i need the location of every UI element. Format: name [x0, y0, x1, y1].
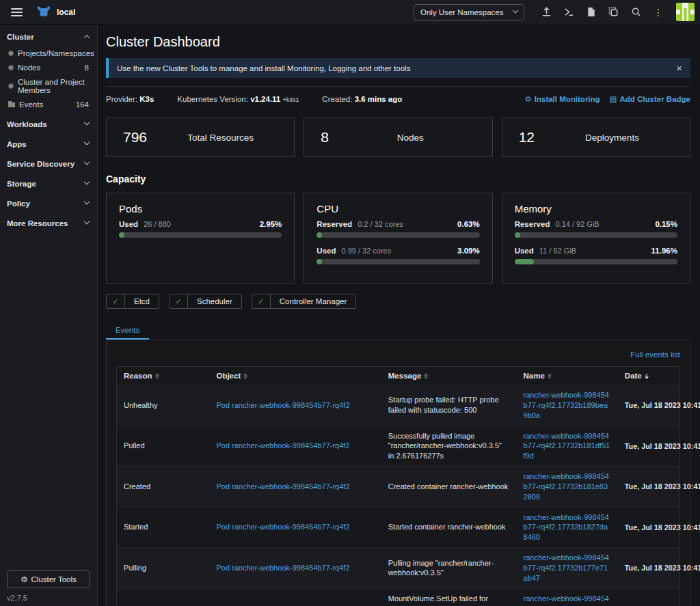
kubeconfig-file-icon[interactable] [582, 4, 601, 20]
sidebar-group[interactable]: Apps [0, 134, 97, 154]
gauge-percent: 3.09% [457, 247, 480, 255]
gauge-detail: 0.99 / 32 cores [341, 247, 391, 255]
name-link[interactable]: rancher-webhook-998454b77-rq4f2.17732b18… [524, 472, 609, 501]
badge-icon: ▤ [610, 94, 617, 104]
table-row: Pulling Pod rancher-webhook-998454b77-rq… [117, 548, 680, 589]
gauge-percent: 0.63% [457, 220, 480, 228]
object-link[interactable]: Pod rancher-webhook-998454b77-rq4f2 [216, 564, 349, 572]
name-link[interactable]: rancher-webhook-998454b77-rq4f2.17732b18… [524, 513, 609, 542]
events-table: Reason Object [116, 366, 680, 606]
sidebar-group[interactable]: More Resources [0, 213, 97, 233]
sidebar-group[interactable]: Storage [0, 174, 97, 193]
object-link[interactable]: Pod rancher-webhook-998454b77-rq4f2 [216, 441, 349, 450]
gauge-detail: 0.2 / 32 cores [358, 220, 403, 228]
add-cluster-badge-link[interactable]: ▤Add Cluster Badge [610, 94, 690, 104]
column-header[interactable]: Object [209, 367, 381, 385]
kebab-menu-icon[interactable]: ⋮ [649, 4, 668, 20]
cluster-brand[interactable]: local [36, 5, 75, 19]
sidebar-item-label: Events [19, 100, 43, 109]
capacity-gauge: Used 11 / 92 GiB 11.96% [515, 247, 677, 264]
sidebar-item[interactable]: Cluster and Project Members [0, 74, 97, 97]
capacity-gauge: Used 26 / 880 2.95% [119, 220, 282, 238]
cell-reason: Pulled [117, 426, 210, 467]
progress-track [317, 232, 479, 238]
column-header[interactable]: Message [381, 367, 517, 385]
provider-label: Provider: [106, 95, 137, 103]
provider-value: K3s [139, 95, 154, 103]
capacity-card: CPU Reserved 0.2 / 32 cores 0.63% [304, 193, 492, 284]
cell-date: Tue, Jul 18 2023 10:41:07 pm [618, 507, 680, 548]
stat-label: Nodes [329, 133, 492, 143]
object-link[interactable]: Pod rancher-webhook-998454b77-rq4f2 [216, 482, 349, 491]
progress-track [515, 259, 677, 264]
name-link[interactable]: rancher-webhook-998454b77-rq4f2.17732b18… [524, 391, 609, 419]
banner-close-icon[interactable]: × [676, 63, 682, 73]
name-link[interactable]: rancher-webhook-998454b77-rq4f2.17732b18… [524, 432, 610, 460]
sidebar-item-count: 8 [85, 64, 89, 72]
rancher-version: v2.7.5 [7, 594, 27, 602]
cell-date: Tue, Jul 18 2023 10:41:07 pm [618, 426, 680, 467]
sidebar-item-label: Cluster and Project Members [18, 78, 85, 94]
sidebar-items: Projects/Namespaces Nodes 8 Cluster and … [0, 46, 97, 111]
chevron-down-icon [84, 159, 90, 164]
sidebar-item-label: Projects/Namespaces [18, 49, 94, 57]
cell-reason: Unhealthy [117, 385, 210, 426]
sidebar-item[interactable]: Nodes 8 [0, 60, 97, 74]
chevron-down-icon [84, 139, 90, 144]
object-link[interactable]: Pod rancher-webhook-998454b77-rq4f2 [216, 523, 349, 531]
copy-kubeconfig-icon[interactable] [604, 4, 623, 20]
sidebar-item-icon [8, 65, 14, 70]
capacity-card: Pods Used 26 / 880 2.95% [106, 193, 295, 284]
hamburger-menu-icon[interactable] [7, 3, 27, 21]
chevron-down-icon [84, 198, 90, 204]
table-row: Pulled Pod rancher-webhook-998454b77-rq4… [117, 426, 680, 467]
search-icon[interactable] [626, 4, 646, 20]
banner-text: Use the new Cluster Tools to manage and … [117, 64, 410, 72]
cell-reason: Pulling [117, 548, 210, 589]
name-link[interactable]: rancher-webhook-998454b77-rq4f2.17732b17… [524, 594, 609, 606]
name-link[interactable]: rancher-webhook-998454b77-rq4f2.17732b17… [524, 553, 609, 582]
sidebar-group-label: Storage [7, 180, 36, 188]
sidebar-group[interactable]: Workloads [0, 114, 97, 134]
tab-events[interactable]: Events [106, 321, 149, 340]
sidebar-item[interactable]: Events 164 [0, 97, 97, 111]
kubectl-shell-icon[interactable] [559, 4, 579, 20]
chevron-down-icon [84, 178, 90, 184]
sidebar-group-label: Policy [7, 199, 30, 208]
full-events-list-link[interactable]: Full events list [630, 350, 680, 359]
stat-label: Deployments [535, 133, 690, 143]
gauge-label: Used [119, 220, 138, 228]
column-header[interactable]: Date [618, 367, 680, 385]
events-section: Events Full events list Reason [106, 321, 690, 606]
sidebar-group-label: Service Discovery [7, 160, 75, 168]
capacity-title: Capacity [106, 174, 690, 184]
chevron-down-icon [84, 119, 90, 124]
user-avatar[interactable] [676, 3, 695, 21]
object-link[interactable]: Pod rancher-webhook-998454b77-rq4f2 [216, 401, 349, 409]
events-panel: Full events list Reason [106, 340, 690, 606]
import-yaml-icon[interactable] [537, 4, 556, 20]
cluster-tools-button[interactable]: ⚙ Cluster Tools [7, 570, 90, 588]
install-monitoring-link[interactable]: ⚙Install Monitoring [524, 94, 600, 104]
column-header[interactable]: Name [517, 367, 618, 385]
cell-date: Tue, Jul 18 2023 10:41:05 pm [618, 548, 680, 589]
column-header[interactable]: Reason [117, 367, 210, 385]
chevron-up-icon [84, 35, 90, 40]
cell-message: Startup probe failed: HTTP probe failed … [381, 385, 517, 426]
sidebar-item[interactable]: Projects/Namespaces [0, 46, 97, 60]
events-table-header: Reason Object [117, 367, 680, 385]
cell-message: Successfully pulled image "rancher/ranch… [381, 426, 517, 467]
k8s-version-label: Kubernetes Version: [177, 95, 248, 103]
sidebar-section-cluster[interactable]: Cluster [0, 27, 97, 46]
gauge-percent: 0.15% [655, 220, 677, 228]
namespace-filter-select[interactable]: Only User Namespaces [414, 4, 524, 20]
k8s-version-value: v1.24.11 [250, 95, 280, 103]
gauge-label: Used [317, 247, 336, 255]
sort-icon [424, 373, 428, 379]
sidebar-section-label: Cluster [7, 33, 34, 41]
stat-value: 8 [304, 129, 329, 146]
sidebar-group[interactable]: Policy [0, 193, 97, 213]
sidebar-group[interactable]: Service Discovery [0, 154, 97, 174]
gauge-percent: 11.96% [651, 247, 677, 255]
capacity-card: Memory Reserved 0.14 / 92 GiB 0.15% [502, 193, 690, 284]
